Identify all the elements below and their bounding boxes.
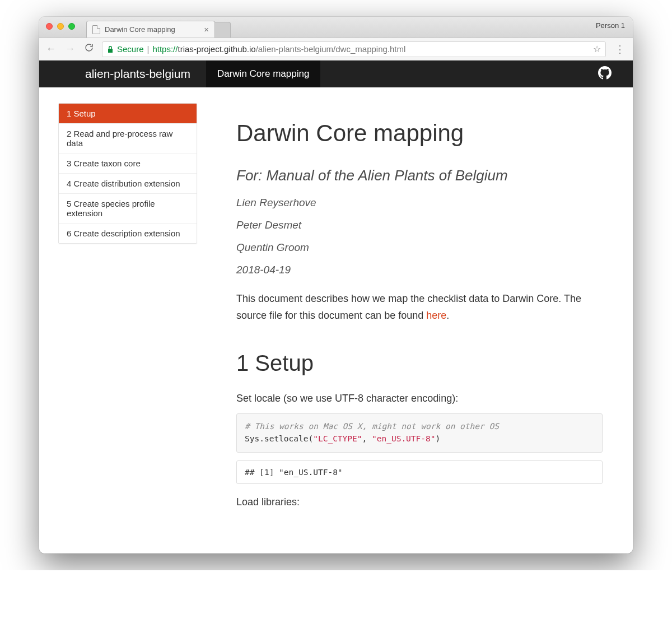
source-file-link[interactable]: here bbox=[426, 310, 446, 321]
code-call-post: ) bbox=[436, 434, 441, 443]
tab-strip: Darwin Core mapping × bbox=[86, 21, 231, 38]
browser-tab[interactable]: Darwin Core mapping × bbox=[86, 21, 215, 38]
intro-suffix: . bbox=[446, 310, 449, 321]
section-heading-setup: 1 Setup bbox=[236, 351, 603, 376]
lock-icon bbox=[107, 45, 114, 53]
reload-button[interactable] bbox=[83, 43, 95, 55]
forward-button[interactable]: → bbox=[64, 43, 76, 55]
page-content: 1 Setup 2 Read and pre-process raw data … bbox=[39, 87, 633, 553]
maximize-window-button[interactable] bbox=[68, 23, 75, 30]
toc-item-distribution-ext[interactable]: 4 Create distribution extension bbox=[59, 174, 197, 194]
author-2: Peter Desmet bbox=[236, 219, 603, 231]
url-separator: | bbox=[147, 44, 150, 54]
site-brand[interactable]: alien-plants-belgium bbox=[85, 67, 190, 81]
intro-paragraph: This document describes how we map the c… bbox=[236, 291, 603, 324]
nav-link-dwc-mapping[interactable]: Darwin Core mapping bbox=[206, 60, 320, 87]
site-navbar: alien-plants-belgium Darwin Core mapping bbox=[39, 60, 633, 87]
code-comment: # This works on Mac OS X, might not work… bbox=[245, 422, 499, 431]
secure-label: Secure bbox=[117, 44, 144, 54]
github-link[interactable] bbox=[598, 66, 612, 82]
code-arg2: "en_US.UTF-8" bbox=[372, 434, 436, 443]
back-button[interactable]: ← bbox=[45, 43, 57, 55]
toc-item-description-ext[interactable]: 6 Create description extension bbox=[59, 224, 197, 243]
doc-date: 2018-04-19 bbox=[236, 264, 603, 276]
page-subtitle: For: Manual of the Alien Plants of Belgi… bbox=[236, 167, 603, 184]
toc-item-taxon-core[interactable]: 3 Create taxon core bbox=[59, 153, 197, 174]
reload-icon bbox=[84, 43, 94, 53]
code-arg1: "LC_CTYPE" bbox=[313, 434, 362, 443]
output-block-locale: ## [1] "en_US.UTF-8" bbox=[236, 460, 603, 484]
profile-badge[interactable]: Person 1 bbox=[596, 21, 625, 30]
code-sep: , bbox=[362, 434, 372, 443]
toc-item-setup[interactable]: 1 Setup bbox=[59, 104, 197, 124]
close-window-button[interactable] bbox=[46, 23, 53, 30]
toc-item-species-profile-ext[interactable]: 5 Create species profile extension bbox=[59, 194, 197, 224]
intro-text: This document describes how we map the c… bbox=[236, 293, 581, 321]
minimize-window-button[interactable] bbox=[57, 23, 64, 30]
setup-paragraph-1: Set locale (so we use UTF-8 character en… bbox=[236, 393, 603, 404]
code-call-pre: Sys.setlocale( bbox=[245, 434, 313, 443]
new-tab-hint[interactable] bbox=[214, 22, 231, 38]
address-toolbar: ← → Secure | https://trias-project.githu… bbox=[39, 38, 633, 60]
toc-item-read-preprocess[interactable]: 2 Read and pre-process raw data bbox=[59, 124, 197, 153]
close-tab-icon[interactable]: × bbox=[204, 25, 209, 34]
author-1: Lien Reyserhove bbox=[236, 197, 603, 209]
code-block-setlocale: # This works on Mac OS X, might not work… bbox=[236, 413, 603, 453]
address-bar[interactable]: Secure | https://trias-project.github.io… bbox=[102, 41, 606, 57]
url-host: trias-project.github.io bbox=[178, 44, 255, 54]
author-3: Quentin Groom bbox=[236, 241, 603, 254]
github-icon bbox=[598, 66, 612, 80]
browser-menu-button[interactable]: ⋮ bbox=[613, 44, 627, 54]
url-display: https://trias-project.github.io/alien-pl… bbox=[152, 44, 405, 54]
url-path: /alien-plants-belgium/dwc_mapping.html bbox=[256, 44, 406, 54]
window-titlebar: Darwin Core mapping × Person 1 bbox=[39, 17, 633, 38]
tab-title: Darwin Core mapping bbox=[105, 25, 175, 34]
window-controls bbox=[46, 23, 75, 30]
file-icon bbox=[92, 25, 100, 34]
table-of-contents: 1 Setup 2 Read and pre-process raw data … bbox=[58, 103, 197, 244]
bookmark-star-icon[interactable]: ☆ bbox=[593, 44, 601, 54]
url-protocol: https:// bbox=[152, 44, 178, 54]
browser-window: Darwin Core mapping × Person 1 ← → Secur… bbox=[39, 17, 633, 553]
page-title: Darwin Core mapping bbox=[236, 120, 603, 147]
main-content: Darwin Core mapping For: Manual of the A… bbox=[197, 103, 614, 553]
setup-paragraph-2: Load libraries: bbox=[236, 496, 603, 508]
